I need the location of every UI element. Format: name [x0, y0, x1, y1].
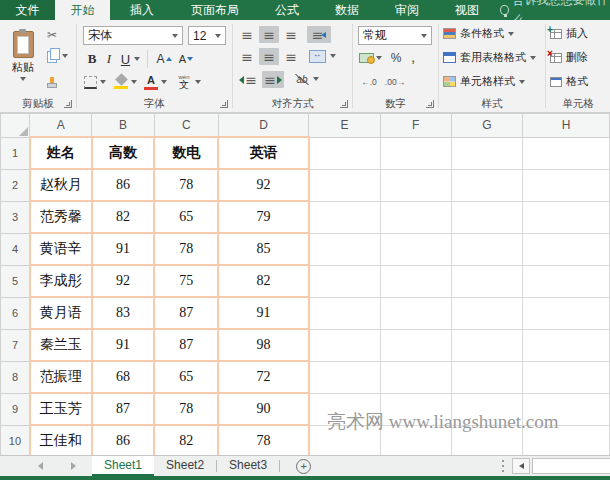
cell-F10[interactable] — [380, 425, 451, 455]
tab-data[interactable]: 数据 — [322, 0, 372, 20]
cell-C1[interactable]: 数电 — [154, 137, 218, 169]
cut-button[interactable]: ✂ — [44, 28, 60, 42]
cell-D5[interactable]: 82 — [218, 265, 309, 297]
clipboard-dialog-launcher-icon[interactable] — [64, 100, 72, 108]
row-header-4[interactable]: 4 — [1, 233, 30, 265]
cell-F4[interactable] — [380, 233, 451, 265]
tab-insert[interactable]: 插入 — [117, 0, 167, 20]
col-header-B[interactable]: B — [92, 114, 155, 138]
sheet-tab-sheet2[interactable]: Sheet2 — [154, 456, 216, 476]
bottom-align-button[interactable]: ≡ — [281, 26, 301, 43]
row-header-8[interactable]: 8 — [1, 361, 30, 393]
cell-C2[interactable]: 78 — [154, 169, 218, 201]
tab-file[interactable]: 文件 — [0, 0, 55, 20]
col-header-A[interactable]: A — [30, 114, 92, 138]
cell-B1[interactable]: 高数 — [92, 137, 155, 169]
cell-D6[interactable]: 91 — [218, 297, 309, 329]
phonetic-guide-button[interactable]: wén 文 — [175, 73, 193, 91]
cell-B9[interactable]: 87 — [92, 393, 155, 425]
cell-F7[interactable] — [380, 329, 451, 361]
alignment-dialog-launcher-icon[interactable] — [340, 100, 348, 108]
delete-cells-button[interactable]: 删除 — [550, 50, 588, 65]
number-dialog-launcher-icon[interactable] — [426, 100, 434, 108]
accounting-dropdown[interactable] — [376, 56, 382, 60]
cell-E5[interactable] — [309, 265, 381, 297]
cell-F8[interactable] — [380, 361, 451, 393]
fill-color-button[interactable] — [113, 73, 129, 91]
cell-B6[interactable]: 83 — [92, 297, 155, 329]
row-header-10[interactable]: 10 — [1, 425, 30, 455]
col-header-E[interactable]: E — [309, 114, 381, 138]
cell-A3[interactable]: 范秀馨 — [30, 201, 92, 233]
merge-dropdown[interactable] — [330, 54, 336, 58]
font-dialog-launcher-icon[interactable] — [220, 100, 228, 108]
format-cells-button[interactable]: 格式 — [550, 74, 588, 89]
copy-dropdown[interactable] — [62, 54, 68, 58]
cell-H9[interactable] — [523, 393, 610, 425]
conditional-formatting-button[interactable]: 条件格式 — [443, 26, 514, 41]
cell-E8[interactable] — [309, 361, 381, 393]
cell-D3[interactable]: 79 — [218, 201, 309, 233]
cell-G4[interactable] — [451, 233, 523, 265]
align-left-button[interactable]: ≡ — [237, 48, 257, 65]
wrap-text-button[interactable]: ≡ — [307, 26, 331, 43]
cell-C3[interactable]: 65 — [154, 201, 218, 233]
cell-E7[interactable] — [309, 329, 381, 361]
borders-dropdown[interactable] — [100, 80, 106, 84]
percent-style-button[interactable]: % — [389, 50, 403, 66]
grow-font-button[interactable]: A — [155, 51, 173, 67]
sheet-tab-sheet3[interactable]: Sheet3 — [217, 456, 279, 476]
shrink-font-button[interactable]: A — [177, 51, 195, 67]
cell-G8[interactable] — [451, 361, 523, 393]
cell-B2[interactable]: 86 — [92, 169, 155, 201]
middle-align-button[interactable]: ≡ — [259, 26, 279, 43]
font-color-button[interactable]: A — [143, 73, 159, 91]
cell-E1[interactable] — [309, 137, 381, 169]
cell-C7[interactable]: 87 — [154, 329, 218, 361]
cell-H4[interactable] — [523, 233, 610, 265]
decrease-indent-button[interactable]: ≡ — [237, 71, 259, 88]
col-header-G[interactable]: G — [451, 114, 523, 138]
italic-button[interactable]: I — [103, 51, 115, 67]
cell-F6[interactable] — [380, 297, 451, 329]
phonetic-dropdown[interactable] — [195, 80, 201, 84]
cell-B8[interactable]: 68 — [92, 361, 155, 393]
cell-A1[interactable]: 姓名 — [30, 137, 92, 169]
tab-splitter-icon[interactable] — [502, 465, 504, 467]
cell-E10[interactable] — [309, 425, 381, 455]
cell-D1[interactable]: 英语 — [218, 137, 309, 169]
hscroll-left-button[interactable] — [512, 458, 530, 474]
row-header-3[interactable]: 3 — [1, 201, 30, 233]
tab-home[interactable]: 开始 — [55, 0, 110, 20]
align-right-button[interactable]: ≡ — [281, 48, 301, 65]
orientation-dropdown[interactable] — [313, 77, 319, 81]
cell-E9[interactable] — [309, 393, 381, 425]
cell-E2[interactable] — [309, 169, 381, 201]
cell-H2[interactable] — [523, 169, 610, 201]
cell-D8[interactable]: 72 — [218, 361, 309, 393]
cell-H6[interactable] — [523, 297, 610, 329]
cell-G7[interactable] — [451, 329, 523, 361]
accounting-format-button[interactable] — [358, 51, 374, 65]
tab-view[interactable]: 视图 — [442, 0, 492, 20]
cell-F3[interactable] — [380, 201, 451, 233]
paste-button[interactable]: 粘贴 — [8, 25, 38, 87]
font-color-dropdown[interactable] — [161, 80, 167, 84]
cell-A6[interactable]: 黄月语 — [30, 297, 92, 329]
decrease-decimal-button[interactable]: .00→ — [383, 75, 407, 89]
cell-B4[interactable]: 91 — [92, 233, 155, 265]
cell-H8[interactable] — [523, 361, 610, 393]
tab-page-layout[interactable]: 页面布局 — [180, 0, 250, 20]
cell-A7[interactable]: 秦兰玉 — [30, 329, 92, 361]
format-as-table-button[interactable]: 套用表格格式 — [443, 50, 536, 65]
col-header-D[interactable]: D — [218, 114, 309, 138]
tab-review[interactable]: 审阅 — [382, 0, 432, 20]
underline-button[interactable]: U — [119, 51, 132, 67]
cell-G6[interactable] — [451, 297, 523, 329]
cell-D7[interactable]: 98 — [218, 329, 309, 361]
cell-D9[interactable]: 90 — [218, 393, 309, 425]
font-size-combo[interactable]: 12 — [188, 26, 226, 45]
cell-H5[interactable] — [523, 265, 610, 297]
col-header-H[interactable]: H — [523, 114, 610, 138]
cell-C5[interactable]: 75 — [154, 265, 218, 297]
